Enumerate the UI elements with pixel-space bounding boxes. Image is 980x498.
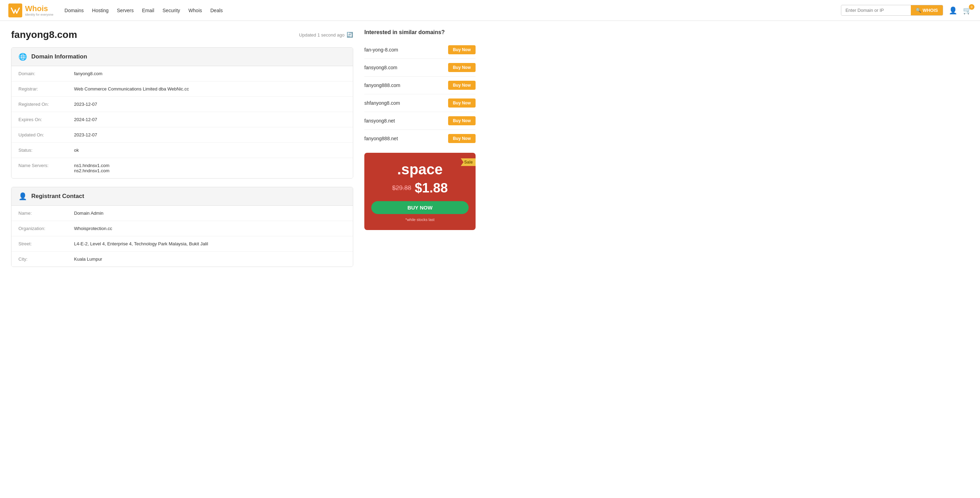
info-label: Updated On:: [18, 132, 74, 137]
promo-fine-print: *while stocks last: [371, 217, 469, 222]
info-value: Web Commerce Communications Limited dba …: [74, 86, 346, 91]
info-value: ns1.hndnsv1.comns2.hndnsv1.com: [74, 163, 346, 173]
person-icon: 👤: [18, 192, 27, 200]
cart-badge-count: 0: [969, 4, 974, 10]
navbar: Whois Identity for everyone DomainsHosti…: [0, 0, 980, 21]
info-value: 2024-12-07: [74, 117, 346, 122]
info-label: City:: [18, 257, 74, 262]
registrant-body: Name:Domain AdminOrganization:Whoisprote…: [11, 206, 353, 267]
list-item: fanyong888.netBuy Now: [364, 130, 476, 147]
nav-link-deals[interactable]: Deals: [210, 8, 223, 13]
table-row: Updated On:2023-12-07: [11, 128, 353, 143]
logo[interactable]: Whois Identity for everyone: [8, 3, 54, 18]
user-icon[interactable]: 👤: [949, 6, 958, 14]
info-value: Domain Admin: [74, 211, 346, 216]
list-item: fansyong8.netBuy Now: [364, 112, 476, 130]
buy-now-button[interactable]: Buy Now: [448, 45, 476, 54]
similar-domains-list: fan-yong-8.comBuy Nowfansyong8.comBuy No…: [364, 41, 476, 147]
info-value: 2023-12-07: [74, 102, 346, 107]
table-row: Street:L4-E-2, Level 4, Enterprise 4, Te…: [11, 236, 353, 252]
table-row: City:Kuala Lumpur: [11, 252, 353, 267]
similar-domain-name: fansyong8.com: [364, 65, 397, 70]
similar-domain-name: fanyong888.com: [364, 83, 401, 88]
nav-link-whois[interactable]: Whois: [188, 8, 202, 13]
info-label: Registered On:: [18, 102, 74, 107]
updated-label: Updated 1 second ago: [299, 32, 345, 38]
promo-new-price: $1.88: [415, 180, 448, 196]
domain-info-header: 🌐 Domain Information: [11, 48, 353, 66]
table-row: Organization:Whoisprotection.cc: [11, 221, 353, 236]
cart-area[interactable]: 🛒 0: [963, 6, 972, 14]
info-label: Registrar:: [18, 86, 74, 91]
globe-icon: 🌐: [18, 53, 27, 61]
table-row: Registrar:Web Commerce Communications Li…: [11, 81, 353, 97]
similar-domain-name: fanyong888.net: [364, 136, 398, 141]
similar-domain-name: fan-yong-8.com: [364, 47, 398, 53]
buy-now-button[interactable]: Buy Now: [448, 81, 476, 90]
nav-link-email[interactable]: Email: [142, 8, 154, 13]
page-title: fanyong8.com: [11, 29, 77, 40]
table-row: Registered On:2023-12-07: [11, 97, 353, 112]
similar-heading: Interested in similar domains?: [364, 29, 476, 35]
table-row: Expires On:2024-12-07: [11, 112, 353, 128]
nav-link-hosting[interactable]: Hosting: [92, 8, 108, 13]
search-icon: 🔍: [916, 8, 921, 13]
info-value: fanyong8.com: [74, 71, 346, 76]
similar-domain-name: fansyong8.net: [364, 118, 395, 123]
list-item: shfanyong8.comBuy Now: [364, 94, 476, 112]
info-label: Organization:: [18, 226, 74, 231]
nav-links: DomainsHostingServersEmailSecurityWhoisD…: [65, 8, 841, 13]
refresh-icon[interactable]: 🔄: [347, 32, 353, 38]
buy-now-button[interactable]: Buy Now: [448, 116, 476, 125]
info-value: ok: [74, 148, 346, 153]
promo-tld: .space: [371, 161, 469, 178]
info-value: Whoisprotection.cc: [74, 226, 346, 231]
domain-info-title: Domain Information: [31, 53, 87, 60]
buy-now-button[interactable]: Buy Now: [448, 134, 476, 143]
info-value: Kuala Lumpur: [74, 257, 346, 262]
page-title-row: fanyong8.com Updated 1 second ago 🔄: [11, 29, 353, 40]
content-area: fanyong8.com Updated 1 second ago 🔄 🌐 Do…: [11, 29, 353, 275]
nav-right: 🔍 WHOIS 👤 🛒 0: [841, 5, 972, 16]
list-item: fansyong8.comBuy Now: [364, 59, 476, 77]
brand-tagline: Identity for everyone: [25, 13, 54, 16]
registrant-title: Registrant Contact: [31, 193, 84, 200]
table-row: Name:Domain Admin: [11, 206, 353, 221]
info-label: Name:: [18, 211, 74, 216]
search-button[interactable]: 🔍 WHOIS: [911, 5, 943, 15]
info-label: Status:: [18, 148, 74, 153]
registrant-header: 👤 Registrant Contact: [11, 187, 353, 206]
registrant-card: 👤 Registrant Contact Name:Domain AdminOr…: [11, 187, 353, 267]
nav-link-security[interactable]: Security: [163, 8, 180, 13]
promo-old-price: $29.88: [392, 184, 411, 192]
search-btn-label: WHOIS: [923, 8, 938, 13]
info-label: Domain:: [18, 71, 74, 76]
sidebar: Interested in similar domains? fan-yong-…: [364, 29, 476, 275]
info-label: Street:: [18, 241, 74, 246]
info-value: L4-E-2, Level 4, Enterprise 4, Technolog…: [74, 241, 346, 246]
nav-link-domains[interactable]: Domains: [65, 8, 84, 13]
promo-buy-button[interactable]: BUY NOW: [371, 201, 469, 214]
list-item: fanyong888.comBuy Now: [364, 77, 476, 94]
nav-link-servers[interactable]: Servers: [117, 8, 134, 13]
table-row: Domain:fanyong8.com: [11, 66, 353, 81]
table-row: Name Servers:ns1.hndnsv1.comns2.hndnsv1.…: [11, 158, 353, 178]
domain-info-body: Domain:fanyong8.comRegistrar:Web Commerc…: [11, 66, 353, 178]
main-container: fanyong8.com Updated 1 second ago 🔄 🌐 Do…: [0, 21, 487, 284]
similar-domain-name: shfanyong8.com: [364, 100, 400, 106]
list-item: fan-yong-8.comBuy Now: [364, 41, 476, 59]
info-value: 2023-12-07: [74, 132, 346, 137]
promo-card: Sale .space $29.88 $1.88 BUY NOW *while …: [364, 153, 476, 230]
search-input[interactable]: [841, 6, 911, 15]
promo-price-row: $29.88 $1.88: [371, 180, 469, 196]
brand-name: Whois: [25, 4, 48, 13]
info-label: Expires On:: [18, 117, 74, 122]
info-label: Name Servers:: [18, 163, 74, 168]
buy-now-button[interactable]: Buy Now: [448, 99, 476, 107]
updated-info: Updated 1 second ago 🔄: [299, 32, 353, 38]
domain-info-card: 🌐 Domain Information Domain:fanyong8.com…: [11, 47, 353, 179]
search-bar: 🔍 WHOIS: [841, 5, 943, 16]
table-row: Status:ok: [11, 143, 353, 158]
buy-now-button[interactable]: Buy Now: [448, 63, 476, 72]
